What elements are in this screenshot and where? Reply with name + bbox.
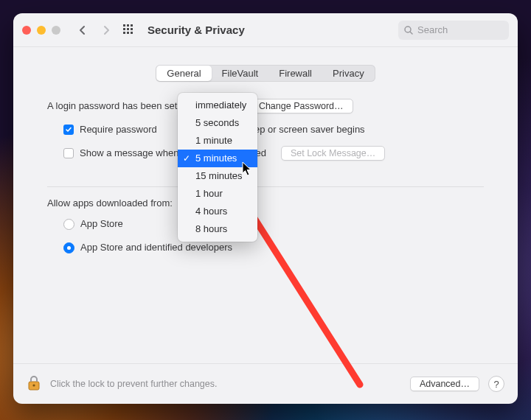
svg-rect-4	[127, 28, 129, 30]
change-password-button[interactable]: Change Password…	[249, 99, 353, 113]
svg-rect-7	[127, 32, 129, 34]
svg-rect-0	[123, 24, 125, 27]
preferences-window: Security & Privacy Search General FileVa…	[13, 13, 518, 404]
svg-rect-3	[123, 28, 125, 30]
svg-point-14	[32, 384, 35, 386]
advanced-button[interactable]: Advanced…	[410, 377, 479, 391]
set-lock-message-button: Set Lock Message…	[281, 146, 385, 161]
radio-app-store-identified-label: App Store and identified developers	[80, 239, 232, 256]
require-password-checkbox[interactable]	[63, 125, 74, 135]
lock-hint-label: Click the lock to prevent further change…	[50, 379, 218, 389]
tab-bar: General FileVault Firewall Privacy	[47, 65, 484, 82]
dropdown-option[interactable]: 5 seconds	[178, 114, 257, 132]
radio-app-store[interactable]	[63, 219, 74, 230]
svg-rect-1	[127, 24, 129, 27]
close-icon[interactable]	[22, 26, 31, 35]
search-icon	[404, 26, 413, 35]
footer: Click the lock to prevent further change…	[13, 363, 518, 404]
segmented-control: General FileVault Firewall Privacy	[156, 65, 375, 82]
content-area: General FileVault Firewall Privacy A log…	[13, 47, 518, 363]
login-password-section: A login password has been set for this u…	[47, 98, 484, 161]
svg-line-10	[410, 32, 412, 34]
minimize-icon[interactable]	[37, 26, 46, 35]
svg-rect-8	[131, 32, 133, 34]
separator	[47, 186, 484, 187]
svg-rect-5	[131, 28, 133, 30]
svg-rect-2	[131, 24, 133, 27]
dropdown-option[interactable]: 8 hours	[178, 220, 257, 238]
dropdown-option[interactable]: 4 hours	[178, 203, 257, 220]
search-input[interactable]: Search	[398, 21, 509, 40]
require-password-label-a: Require password	[80, 122, 157, 138]
traffic-lights	[22, 26, 60, 35]
help-button[interactable]: ?	[488, 376, 504, 392]
tab-filevault[interactable]: FileVault	[212, 66, 269, 81]
forward-button	[97, 21, 115, 39]
desktop-background: Security & Privacy Search General FileVa…	[0, 0, 531, 420]
allow-apps-section: Allow apps downloaded from: App Store Ap…	[47, 197, 484, 256]
search-placeholder: Search	[417, 24, 448, 35]
dropdown-option[interactable]: 1 minute	[178, 132, 257, 150]
show-all-icon[interactable]	[121, 22, 137, 38]
titlebar: Security & Privacy Search	[13, 13, 518, 47]
radio-app-store-label: App Store	[80, 216, 123, 232]
dropdown-option-selected[interactable]: 5 minutes	[178, 150, 257, 167]
tab-privacy[interactable]: Privacy	[322, 66, 375, 81]
tab-firewall[interactable]: Firewall	[268, 66, 322, 81]
back-button[interactable]	[74, 21, 91, 39]
svg-rect-6	[123, 32, 125, 34]
window-title: Security & Privacy	[148, 24, 245, 36]
tab-general[interactable]: General	[156, 66, 211, 81]
allow-apps-label: Allow apps downloaded from:	[47, 197, 484, 209]
radio-app-store-identified[interactable]	[63, 242, 74, 253]
lock-icon[interactable]	[27, 374, 41, 394]
show-message-checkbox[interactable]	[63, 148, 74, 158]
zoom-icon	[52, 26, 60, 35]
dropdown-option[interactable]: 1 hour	[178, 185, 257, 203]
dropdown-option[interactable]: immediately	[178, 97, 257, 114]
dropdown-option[interactable]: 15 minutes	[178, 167, 257, 185]
require-password-delay-dropdown[interactable]: immediately 5 seconds 1 minute 5 minutes…	[178, 93, 257, 242]
